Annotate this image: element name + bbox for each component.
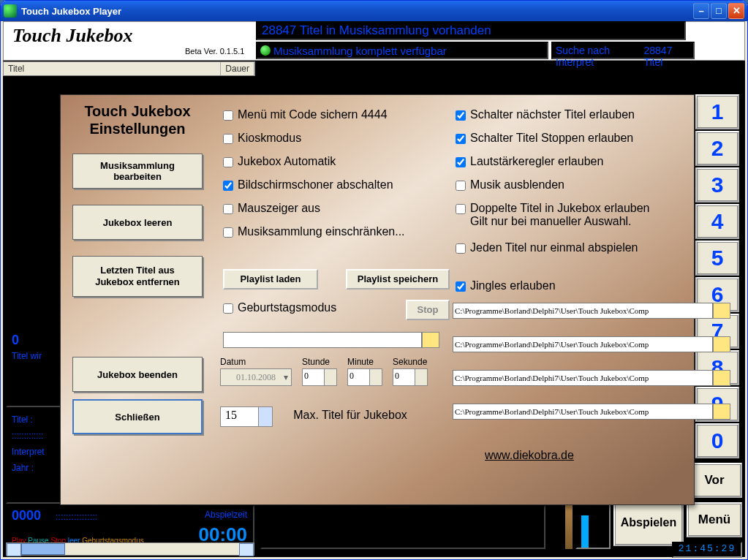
- window-title: Touch Jukebox Player: [21, 6, 121, 17]
- jingle-path-2[interactable]: [453, 336, 713, 352]
- key-2[interactable]: 2: [695, 131, 739, 166]
- hour-spinner[interactable]: 0: [302, 368, 337, 386]
- status-led-icon: [260, 45, 271, 56]
- window-minimize-button[interactable]: –: [693, 3, 709, 19]
- playlist-header: Titel Dauer: [3, 61, 255, 76]
- queue-count-panel: 0 Titel wir: [6, 328, 68, 407]
- playlist-load-button[interactable]: Playlist laden: [223, 269, 318, 290]
- key-0[interactable]: 0: [695, 423, 739, 458]
- minute-label: Minute: [347, 357, 374, 367]
- check-automatik[interactable]: Jukebox Automatik: [223, 155, 336, 168]
- birthday-stop-button[interactable]: Stop: [406, 300, 450, 320]
- now-playing-meta-panel: Titel : ::::::::::::: Interpret Jahr :: [6, 410, 68, 504]
- check-volume[interactable]: Lautstärkeregler erlauben: [456, 155, 603, 168]
- quit-jukebox-button[interactable]: Jukebox beenden: [72, 357, 203, 392]
- browse-icon[interactable]: [713, 336, 730, 352]
- key-1[interactable]: 1: [695, 94, 739, 129]
- website-link[interactable]: www.diekobra.de: [485, 449, 574, 462]
- max-titles-label: Max. Titel für Jukebox: [293, 409, 407, 421]
- window-maximize-button[interactable]: □: [711, 3, 727, 19]
- center-display: [260, 505, 545, 549]
- app-icon: [4, 4, 17, 18]
- version-label: Beta Ver. 0.1.5.1: [185, 47, 244, 56]
- check-next-allowed[interactable]: Schalter nächster Titel erlauben: [456, 108, 635, 121]
- check-restrict[interactable]: Musiksammlung einschränken...: [223, 225, 405, 238]
- window-close-button[interactable]: ✕: [728, 3, 744, 19]
- check-kiosk[interactable]: Kioskmodus: [223, 132, 301, 145]
- dialog-title: Touch JukeboxEinstellungen: [61, 102, 214, 137]
- close-dialog-button[interactable]: Schließen: [72, 399, 203, 434]
- second-spinner[interactable]: 0: [393, 368, 428, 386]
- settings-dialog: Touch JukeboxEinstellungen Musiksammlung…: [60, 94, 695, 505]
- column-dauer[interactable]: Dauer: [221, 62, 254, 75]
- jingle-path-1[interactable]: [453, 303, 713, 319]
- minute-spinner[interactable]: 0: [347, 368, 382, 386]
- date-picker[interactable]: 01.10.2008: [220, 368, 292, 386]
- column-titel[interactable]: Titel: [4, 62, 221, 75]
- playlist-save-button[interactable]: Playlist speichern: [346, 269, 450, 290]
- availability-status: Musiksammlung komplett verfügbar: [256, 42, 548, 59]
- collection-status: 28847 Titel in Musiksammlung vorhanden: [256, 21, 686, 40]
- jingle-path-4[interactable]: [453, 404, 713, 420]
- check-fadeout[interactable]: Musik ausblenden: [456, 178, 564, 192]
- browse-icon[interactable]: [713, 404, 730, 420]
- key-5[interactable]: 5: [695, 241, 739, 276]
- check-screensaver[interactable]: Bildschirmschoner abschalten: [223, 178, 393, 192]
- key-4[interactable]: 4: [695, 204, 739, 239]
- max-titles-spinner[interactable]: 15: [220, 406, 273, 427]
- check-duplicates[interactable]: Doppelte Titel in Jukebox erlauben Gilt …: [456, 202, 650, 228]
- clock-display: 21:45:29: [672, 542, 742, 558]
- sekunde-label: Sekunde: [393, 357, 427, 367]
- browse-icon[interactable]: [713, 303, 730, 319]
- clear-jukebox-button[interactable]: Jukebox leeren: [72, 205, 203, 240]
- check-jingles[interactable]: Jingles erlauben: [456, 279, 556, 292]
- browse-icon[interactable]: [713, 370, 730, 386]
- check-birthday-mode[interactable]: Geburtstagsmodus: [223, 301, 336, 314]
- jingle-path-3[interactable]: [453, 370, 713, 386]
- forward-button[interactable]: Vor: [687, 463, 742, 498]
- datum-label: Datum: [220, 357, 246, 367]
- horizontal-scrollbar[interactable]: [6, 542, 254, 556]
- key-3[interactable]: 3: [695, 167, 739, 203]
- remove-last-button[interactable]: Letzten Titel ausJukebox entfernen: [72, 256, 203, 297]
- stunde-label: Stunde: [302, 357, 330, 367]
- edit-collection-button[interactable]: Musiksammlung bearbeiten: [72, 154, 203, 189]
- titlebar[interactable]: Touch Jukebox Player – □ ✕: [1, 1, 747, 21]
- birthday-path-input[interactable]: [223, 332, 422, 348]
- play-button[interactable]: Abspielen: [613, 499, 684, 546]
- search-status: Suche nach Interpret28847 Titel: [551, 42, 695, 59]
- app-title: Touch Jukebox: [12, 25, 132, 47]
- check-hide-cursor[interactable]: Mauszeiger aus: [223, 202, 320, 215]
- check-play-once[interactable]: Jeden Titel nur einmal abspielen: [456, 241, 638, 254]
- check-menu-code[interactable]: Menü mit Code sichern 4444: [223, 108, 388, 121]
- browse-icon[interactable]: [422, 332, 439, 348]
- menu-button[interactable]: Menü: [687, 502, 742, 537]
- check-stop-allowed[interactable]: Schalter Titel Stoppen erlauben: [456, 132, 633, 145]
